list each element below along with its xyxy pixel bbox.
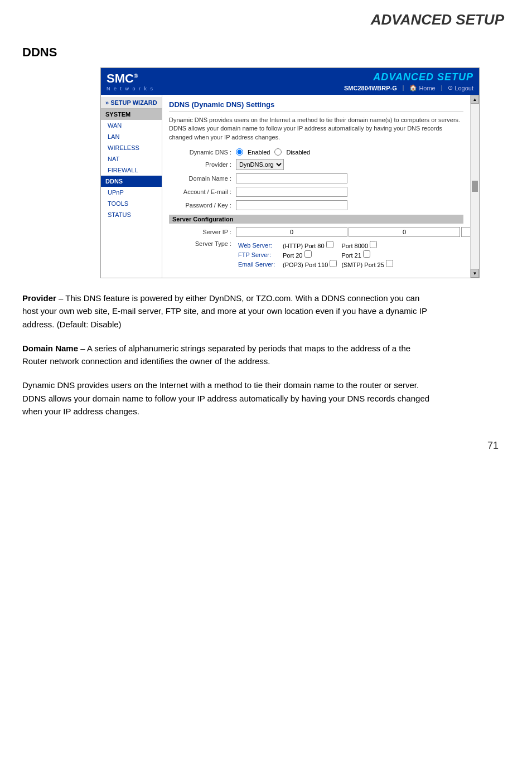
sidebar-item-setup-wizard[interactable]: » SETUP WIZARD — [101, 97, 162, 109]
server-type-row: Server Type : Web Server: (HTTP) Port 80… — [169, 240, 463, 269]
dynamic-dns-label: Dynamic DNS : — [169, 149, 236, 156]
ip-octet-3[interactable] — [461, 227, 470, 237]
home-link[interactable]: 🏠 Home — [409, 84, 435, 91]
dynamic-dns-value: Enabled Disabled — [236, 148, 310, 156]
email-server-port2-check[interactable] — [386, 260, 393, 267]
page-title: ADVANCED SETUP — [22, 11, 510, 28]
sidebar-item-wireless[interactable]: WIRELESS — [101, 142, 162, 153]
web-server-port2-check[interactable] — [370, 241, 377, 248]
provider-value: DynDNS.org TZO.com — [236, 159, 284, 170]
provider-label: Provider : — [169, 161, 236, 168]
header-nav: SMC2804WBRP-G | 🏠 Home | ⊙ Logout — [344, 84, 473, 91]
header-title: ADVANCED SETUP — [373, 71, 473, 83]
account-value — [236, 187, 347, 197]
sidebar-item-status[interactable]: STATUS — [101, 209, 162, 220]
ip-octet-2[interactable] — [349, 227, 460, 237]
sidebar-item-ddns[interactable]: DDNS — [101, 176, 162, 187]
sidebar-item-system[interactable]: SYSTEM — [101, 109, 162, 120]
email-server-port2: (SMTP) Port 25 — [341, 262, 384, 268]
server-ip-row: Server IP : — [169, 227, 463, 237]
desc-provider: Provider – This DNS feature is powered b… — [22, 292, 435, 331]
email-server-port-check[interactable] — [330, 260, 337, 267]
server-ip-value — [236, 227, 470, 237]
scroll-up-btn[interactable]: ▲ — [471, 95, 479, 104]
web-server-port: (HTTP) Port 80 — [283, 243, 325, 249]
desc-domain-name: Domain Name – A series of alphanumeric s… — [22, 342, 435, 368]
disabled-radio[interactable] — [274, 148, 282, 156]
enabled-radio[interactable] — [236, 148, 243, 156]
password-value — [236, 200, 347, 210]
sidebar-item-tools[interactable]: TOOLS — [101, 198, 162, 209]
server-type-label: Server Type : — [169, 240, 236, 247]
router-frame: SMC® N e t w o r k s ADVANCED SETUP SMC2… — [100, 67, 480, 278]
domain-name-value — [236, 173, 347, 183]
email-server-label: Email Server: — [236, 259, 280, 269]
scroll-down-btn[interactable]: ▼ — [471, 269, 479, 278]
password-input[interactable] — [236, 200, 347, 210]
password-row: Password / Key : — [169, 200, 463, 210]
sidebar-item-lan[interactable]: LAN — [101, 131, 162, 142]
sidebar-item-nat[interactable]: NAT — [101, 153, 162, 165]
provider-select[interactable]: DynDNS.org TZO.com — [236, 159, 284, 170]
router-header: SMC® N e t w o r k s ADVANCED SETUP SMC2… — [101, 68, 479, 95]
email-server-port: (POP3) Port 110 — [283, 262, 328, 268]
scroll-thumb[interactable] — [472, 181, 478, 192]
model-name: SMC2804WBRP-G — [344, 85, 397, 91]
account-input[interactable] — [236, 187, 347, 197]
page-number: 71 — [22, 440, 510, 452]
header-right: ADVANCED SETUP SMC2804WBRP-G | 🏠 Home | … — [344, 71, 473, 91]
provider-row: Provider : DynDNS.org TZO.com — [169, 159, 463, 170]
scrollbar[interactable]: ▲ ▼ — [470, 95, 479, 278]
web-server-label: Web Server: — [236, 240, 280, 250]
web-server-port2: Port 8000 — [341, 243, 368, 249]
sidebar: » SETUP WIZARD SYSTEM WAN LAN WIRELESS N… — [101, 95, 162, 278]
disabled-label: Disabled — [286, 149, 310, 156]
server-config-bar: Server Configuration — [169, 215, 463, 224]
account-row: Account / E-mail : — [169, 187, 463, 197]
ip-octet-1[interactable] — [236, 227, 347, 237]
ftp-server-port-check[interactable] — [304, 250, 312, 258]
desc-ddns: Dynamic DNS provides users on the Intern… — [22, 379, 435, 418]
domain-name-input[interactable] — [236, 173, 347, 183]
content-area: DDNS (Dynamic DNS) Settings Dynamic DNS … — [162, 95, 470, 278]
account-label: Account / E-mail : — [169, 188, 236, 195]
content-description: Dynamic DNS provides users on the Intern… — [169, 116, 463, 142]
content-title: DDNS (Dynamic DNS) Settings — [169, 100, 463, 112]
smc-networks: N e t w o r k s — [107, 86, 154, 91]
ftp-server-port2: Port 21 — [341, 252, 361, 259]
web-server-port-check[interactable] — [326, 241, 333, 248]
provider-term: Provider — [22, 293, 56, 303]
smc-logo: SMC® — [107, 71, 154, 86]
domain-name-row: Domain Name : — [169, 173, 463, 183]
logout-link[interactable]: ⊙ Logout — [448, 84, 473, 91]
ftp-server-label: FTP Server: — [236, 250, 280, 259]
section-heading: DDNS — [22, 45, 510, 60]
ftp-server-port2-check[interactable] — [363, 250, 370, 258]
server-ip-label: Server IP : — [169, 229, 236, 235]
sidebar-item-firewall[interactable]: FIREWALL — [101, 165, 162, 176]
dynamic-dns-row: Dynamic DNS : Enabled Disabled — [169, 148, 463, 156]
router-body: » SETUP WIZARD SYSTEM WAN LAN WIRELESS N… — [101, 95, 479, 278]
logo-area: SMC® N e t w o r k s — [107, 71, 154, 91]
sidebar-item-upnp[interactable]: UPnP — [101, 187, 162, 198]
descriptions: Provider – This DNS feature is powered b… — [22, 292, 435, 418]
sidebar-item-wan[interactable]: WAN — [101, 120, 162, 131]
password-label: Password / Key : — [169, 202, 236, 209]
server-type-value: Web Server: (HTTP) Port 80 Port 8000 — [236, 240, 395, 269]
enabled-label: Enabled — [248, 149, 270, 156]
domain-name-label: Domain Name : — [169, 175, 236, 182]
ftp-server-port: Port 20 — [283, 252, 302, 259]
domain-name-term: Domain Name — [22, 344, 78, 353]
